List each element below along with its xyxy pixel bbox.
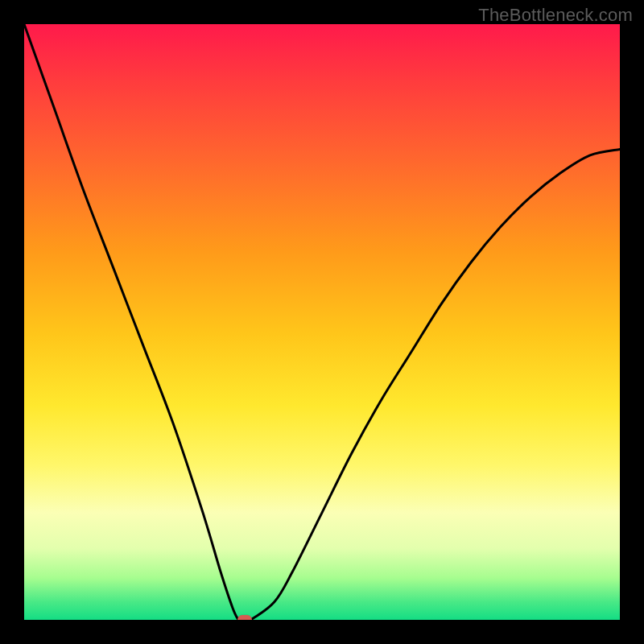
bottleneck-curve	[24, 24, 620, 620]
plot-area	[24, 24, 620, 620]
optimal-point-marker	[237, 615, 252, 620]
chart-frame: TheBottleneck.com	[0, 0, 644, 644]
watermark-text: TheBottleneck.com	[478, 5, 633, 26]
